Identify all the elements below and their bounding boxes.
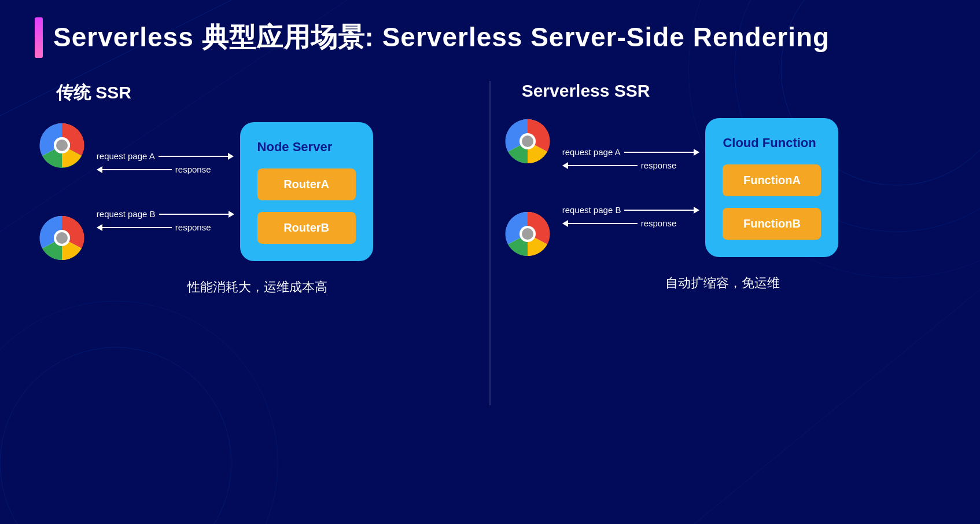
- serverless-response-b-text: response: [641, 218, 677, 228]
- traditional-arrow-group-top: request page A response: [97, 151, 234, 174]
- section-divider: [489, 81, 491, 405]
- node-server-box: Node Server RouterA RouterB: [240, 122, 373, 261]
- serverless-left-arrow-a: [562, 162, 638, 169]
- serverless-request-b-text: request page B: [562, 205, 621, 215]
- page-title: Serverless 典型应用场景: Serverless Server-Sid…: [53, 20, 830, 56]
- traditional-right-arrow-b: [159, 211, 234, 218]
- function-a-btn: FunctionA: [723, 164, 821, 196]
- traditional-ssr-section: 传统 SSR: [39, 81, 476, 296]
- traditional-ssr-body: request page A response: [39, 122, 476, 261]
- function-b-btn: FunctionB: [723, 208, 821, 240]
- traditional-request-a-row: request page A: [97, 151, 234, 161]
- traditional-request-b-row: request page B: [97, 209, 234, 219]
- serverless-arrow-group-top: request page A response: [562, 147, 700, 170]
- serverless-arrows: request page A response: [562, 147, 700, 228]
- node-server-title: Node Server: [257, 140, 333, 155]
- traditional-request-b-text: request page B: [97, 209, 156, 219]
- page-header: Serverless 典型应用场景: Serverless Server-Sid…: [35, 17, 945, 58]
- chrome-icon-bottom-serverless: [504, 211, 551, 257]
- svg-point-12: [56, 140, 68, 151]
- router-a-btn: RouterA: [257, 168, 356, 200]
- chrome-icon-bottom-traditional: [39, 215, 85, 261]
- serverless-right-arrow-a: [624, 149, 699, 156]
- traditional-left-arrow-a: [97, 166, 172, 173]
- serverless-response-a-text: response: [641, 160, 677, 170]
- traditional-ssr-title: 传统 SSR: [39, 81, 131, 105]
- cloud-function-title: Cloud Function: [723, 135, 816, 151]
- serverless-response-a-row: response: [562, 160, 700, 170]
- serverless-right-arrow-b: [624, 207, 699, 214]
- serverless-left-arrow-b: [562, 220, 638, 227]
- serverless-request-b-row: request page B: [562, 205, 700, 215]
- router-b-btn: RouterB: [257, 212, 356, 244]
- traditional-response-b-row: response: [97, 222, 234, 232]
- diagrams-container: 传统 SSR: [35, 81, 945, 405]
- svg-point-18: [522, 135, 533, 147]
- traditional-arrows: request page A response: [97, 151, 234, 232]
- traditional-response-a-row: response: [97, 164, 234, 174]
- traditional-response-b-text: response: [175, 222, 211, 232]
- traditional-arrow-group-bottom: request page B response: [97, 209, 234, 232]
- header-accent-bar: [35, 17, 43, 58]
- serverless-caption: 自动扩缩容，免运维: [665, 274, 780, 292]
- traditional-right-arrow-a: [159, 153, 234, 160]
- serverless-ssr-title: Serverless SSR: [504, 81, 650, 101]
- serverless-chrome-icons: [504, 118, 551, 257]
- svg-point-15: [56, 232, 68, 244]
- serverless-request-a-row: request page A: [562, 147, 700, 157]
- serverless-response-b-row: response: [562, 218, 700, 228]
- serverless-ssr-section: Serverless SSR: [504, 81, 942, 292]
- traditional-caption: 性能消耗大，运维成本高: [187, 279, 327, 296]
- serverless-request-a-text: request page A: [562, 147, 621, 157]
- traditional-left-arrow-b: [97, 224, 172, 231]
- traditional-request-a-text: request page A: [97, 151, 155, 161]
- chrome-icon-top-serverless: [504, 118, 551, 164]
- cloud-function-box: Cloud Function FunctionA FunctionB: [705, 118, 838, 257]
- chrome-icon-top-traditional: [39, 122, 85, 168]
- traditional-response-a-text: response: [175, 164, 211, 174]
- svg-point-21: [522, 228, 533, 240]
- traditional-chrome-icons: [39, 122, 85, 261]
- serverless-arrow-group-bottom: request page B response: [562, 205, 700, 228]
- serverless-ssr-body: request page A response: [504, 118, 942, 257]
